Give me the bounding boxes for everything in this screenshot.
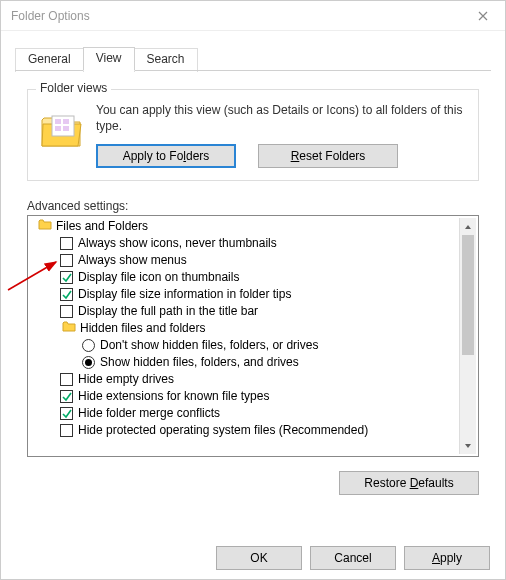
titlebar: Folder Options	[1, 1, 505, 31]
scroll-track[interactable]	[460, 235, 476, 437]
radio-icon[interactable]	[82, 339, 95, 352]
tree-item-label: Display the full path in the title bar	[78, 303, 258, 320]
tree-radio-item[interactable]: Show hidden files, folders, and drives	[32, 354, 459, 371]
tree-item-label: Show hidden files, folders, and drives	[100, 354, 299, 371]
tree-category: Files and Folders	[32, 218, 459, 235]
advanced-settings-label: Advanced settings:	[27, 199, 479, 213]
apply-button[interactable]: Apply	[404, 546, 490, 570]
close-icon[interactable]	[463, 2, 503, 30]
scroll-up-arrow-icon[interactable]	[460, 218, 476, 235]
svg-rect-2	[63, 119, 69, 124]
tree-item[interactable]: Display file icon on thumbnails	[32, 269, 459, 286]
ok-button[interactable]: OK	[216, 546, 302, 570]
restore-defaults-button[interactable]: Restore Defaults	[339, 471, 479, 495]
tree-subcategory-label: Hidden files and folders	[80, 320, 205, 337]
tab-strip: General View Search	[15, 47, 491, 71]
tree-item[interactable]: Hide protected operating system files (R…	[32, 422, 459, 439]
tree-item-label: Hide protected operating system files (R…	[78, 422, 368, 439]
tree-item-label: Hide folder merge conflicts	[78, 405, 220, 422]
checkbox-icon[interactable]	[60, 288, 73, 301]
tree-radio-item[interactable]: Don't show hidden files, folders, or dri…	[32, 337, 459, 354]
tree-item-label: Display file icon on thumbnails	[78, 269, 239, 286]
scroll-thumb[interactable]	[462, 235, 474, 355]
tree-item[interactable]: Hide folder merge conflicts	[32, 405, 459, 422]
apply-to-folders-button[interactable]: Apply to Folders	[96, 144, 236, 168]
reset-folders-button[interactable]: Reset Folders	[258, 144, 398, 168]
tab-general[interactable]: General	[15, 48, 84, 72]
tree-subcategory: Hidden files and folders	[32, 320, 459, 337]
svg-rect-1	[55, 119, 61, 124]
checkbox-icon[interactable]	[60, 237, 73, 250]
advanced-settings-tree: Files and Folders Always show icons, nev…	[27, 215, 479, 457]
tree-item-label: Hide empty drives	[78, 371, 174, 388]
folder-views-group: Folder views You can apply this view (su…	[27, 89, 479, 181]
svg-rect-4	[63, 126, 69, 131]
folder-icon	[62, 320, 76, 337]
tree-item[interactable]: Hide empty drives	[32, 371, 459, 388]
tab-view[interactable]: View	[83, 47, 135, 71]
checkbox-icon[interactable]	[60, 254, 73, 267]
window-title: Folder Options	[11, 9, 90, 23]
svg-rect-3	[55, 126, 61, 131]
checkbox-icon[interactable]	[60, 305, 73, 318]
tree-item-label: Don't show hidden files, folders, or dri…	[100, 337, 318, 354]
tree-item-label: Always show icons, never thumbnails	[78, 235, 277, 252]
folder-views-text: You can apply this view (such as Details…	[96, 102, 466, 134]
checkbox-icon[interactable]	[60, 390, 73, 403]
tree-item[interactable]: Hide extensions for known file types	[32, 388, 459, 405]
tree-item-label: Always show menus	[78, 252, 187, 269]
tree-item[interactable]: Always show menus	[32, 252, 459, 269]
checkbox-icon[interactable]	[60, 424, 73, 437]
radio-icon[interactable]	[82, 356, 95, 369]
checkbox-icon[interactable]	[60, 407, 73, 420]
folder-views-legend: Folder views	[36, 81, 111, 95]
folder-views-icon	[40, 108, 84, 152]
cancel-button[interactable]: Cancel	[310, 546, 396, 570]
tree-item-label: Display file size information in folder …	[78, 286, 291, 303]
tree-item[interactable]: Always show icons, never thumbnails	[32, 235, 459, 252]
tree-category-label: Files and Folders	[56, 218, 148, 235]
scroll-down-arrow-icon[interactable]	[460, 437, 476, 454]
vertical-scrollbar[interactable]	[459, 218, 476, 454]
tree-item-label: Hide extensions for known file types	[78, 388, 269, 405]
checkbox-icon[interactable]	[60, 271, 73, 284]
checkbox-icon[interactable]	[60, 373, 73, 386]
folder-icon	[38, 218, 52, 235]
tree-item[interactable]: Display file size information in folder …	[32, 286, 459, 303]
tree-item[interactable]: Display the full path in the title bar	[32, 303, 459, 320]
tab-search[interactable]: Search	[134, 48, 198, 72]
